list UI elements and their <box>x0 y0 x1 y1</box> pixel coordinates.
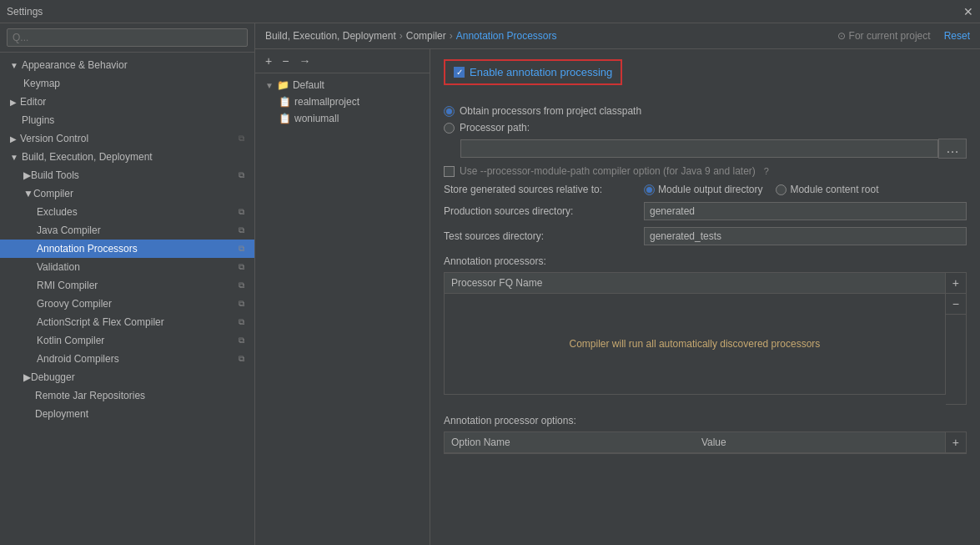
obtain-processors-label: Obtain processors from project classpath <box>460 105 641 117</box>
sidebar-item-remote-jar[interactable]: Remote Jar Repositories <box>0 386 254 405</box>
search-input[interactable] <box>7 28 248 47</box>
sidebar-item-label: Build Tools <box>31 169 79 181</box>
sidebar-item-excludes[interactable]: Excludes ⧉ <box>0 203 254 221</box>
expand-arrow: ▼ <box>265 81 274 90</box>
arrow-button[interactable]: → <box>295 53 314 69</box>
copy-icon: ⧉ <box>239 262 244 272</box>
copy-icon: ⧉ <box>239 354 244 364</box>
test-sources-label: Test sources directory: <box>444 230 644 242</box>
profile-label: Default <box>293 79 324 91</box>
options-table-wrapper: Option Name Value + <box>444 431 967 454</box>
sidebar-item-build-tools[interactable]: ▶ Build Tools ⧉ <box>0 166 254 184</box>
copy-icon: ⧉ <box>239 225 244 235</box>
project-icon: ⊙ <box>837 30 846 42</box>
sidebar-item-debugger[interactable]: ▶ Debugger <box>0 368 254 386</box>
search-box <box>0 23 254 53</box>
annotation-processor-options-label: Annotation processor options: <box>444 415 967 426</box>
module-path-checkbox[interactable] <box>444 166 455 177</box>
profile-woniumall[interactable]: 📋 woniumall <box>255 110 430 127</box>
production-sources-row: Production sources directory: <box>444 202 967 220</box>
help-icon: ? <box>764 166 769 176</box>
add-processor-button[interactable]: + <box>946 273 966 294</box>
sidebar-item-validation[interactable]: Validation ⧉ <box>0 258 254 276</box>
sidebar-item-build-execution[interactable]: ▼ Build, Execution, Deployment <box>0 148 254 166</box>
options-header: Option Name Value <box>445 432 945 453</box>
sidebar-item-deployment[interactable]: Deployment <box>0 405 254 423</box>
option-value-header: Value <box>695 432 945 452</box>
sidebar-item-actionscript-flex[interactable]: ActionScript & Flex Compiler ⧉ <box>0 313 254 331</box>
close-button[interactable]: ✕ <box>963 5 973 18</box>
processor-path-input-row: … <box>460 139 967 159</box>
copy-icon: ⧉ <box>239 299 244 309</box>
breadcrumb-compiler: Compiler <box>406 30 446 42</box>
sidebar-item-label: Compiler <box>33 188 73 199</box>
sidebar-item-editor[interactable]: ▶ Editor <box>0 93 254 111</box>
processor-path-radio[interactable] <box>444 123 455 134</box>
add-profile-button[interactable]: + <box>262 53 275 69</box>
content-area: + − → ▼ 📁 Default 📋 <box>255 49 980 545</box>
processor-path-input[interactable] <box>460 139 938 158</box>
sidebar-item-annotation-processors[interactable]: Annotation Processors ⧉ <box>0 240 254 258</box>
sidebar-item-appearance-behavior[interactable]: ▼ Appearance & Behavior <box>0 56 254 74</box>
settings-window: Settings ✕ ▼ Appearance & Behavior Keyma… <box>0 0 980 545</box>
sidebar-item-label: ActionScript & Flex Compiler <box>37 316 164 328</box>
settings-panel: Enable annotation processing Obtain proc… <box>430 49 980 545</box>
sidebar-item-compiler[interactable]: ▼ Compiler <box>0 184 254 203</box>
sidebar-item-java-compiler[interactable]: Java Compiler ⧉ <box>0 221 254 240</box>
sidebar-item-plugins[interactable]: Plugins <box>0 111 254 129</box>
annotation-processors-section-label: Annotation processors: <box>444 255 967 267</box>
sidebar-item-label: Android Compilers <box>37 353 119 365</box>
sidebar-item-keymap[interactable]: Keymap <box>0 74 254 93</box>
profile-default[interactable]: ▼ 📁 Default <box>255 77 430 93</box>
sidebar-item-label: Kotlin Compiler <box>37 335 104 346</box>
sidebar: ▼ Appearance & Behavior Keymap ▶ Editor … <box>0 23 255 545</box>
copy-icon: ⧉ <box>239 336 244 346</box>
reset-button[interactable]: Reset <box>944 30 970 42</box>
sidebar-item-version-control[interactable]: ▶ Version Control ⧉ <box>0 129 254 148</box>
processor-fq-name-header: Processor FQ Name <box>445 273 945 293</box>
expand-arrow: ▶ <box>10 98 17 107</box>
main-content: ▼ Appearance & Behavior Keymap ▶ Editor … <box>0 23 980 545</box>
store-generated-label: Store generated sources relative to: <box>444 184 644 195</box>
expand-arrow: ▼ <box>10 61 18 70</box>
expand-arrow: ▶ <box>10 134 17 144</box>
annotation-processors-table: Processor FQ Name Compiler will run all … <box>444 272 946 395</box>
expand-arrow: ▶ <box>23 169 31 181</box>
project-panel: + − → ▼ 📁 Default 📋 <box>255 49 430 545</box>
module-content-radio[interactable] <box>776 184 787 195</box>
copy-icon: ⧉ <box>239 244 244 254</box>
module-output-radio[interactable] <box>644 184 655 195</box>
table-body: Compiler will run all automatically disc… <box>445 294 945 394</box>
breadcrumb-annotation: Annotation Processors <box>456 30 557 42</box>
expand-arrow: ▼ <box>10 153 18 162</box>
sidebar-item-kotlin-compiler[interactable]: Kotlin Compiler ⧉ <box>0 331 254 350</box>
sidebar-item-label: Validation <box>37 261 80 273</box>
processor-path-label: Processor path: <box>460 122 530 134</box>
annotation-processors-table-wrapper: Processor FQ Name Compiler will run all … <box>444 272 967 405</box>
sidebar-item-android-compilers[interactable]: Android Compilers ⧉ <box>0 350 254 368</box>
sidebar-item-label: Deployment <box>35 408 88 420</box>
module-path-label: Use --processor-module-path compiler opt… <box>460 165 756 177</box>
obtain-processors-radio[interactable] <box>444 106 455 117</box>
module-content-label: Module content root <box>790 184 878 195</box>
add-option-button[interactable]: + <box>946 432 966 453</box>
project-toolbar: + − → <box>255 49 430 73</box>
for-current-project: ⊙ For current project <box>837 30 931 42</box>
store-generated-row: Store generated sources relative to: Mod… <box>444 184 967 195</box>
window-title: Settings <box>7 6 963 18</box>
test-sources-input[interactable] <box>644 227 967 245</box>
production-sources-input[interactable] <box>644 202 967 220</box>
enable-annotation-container: Enable annotation processing <box>444 59 967 95</box>
processor-path-row: Processor path: <box>444 122 967 134</box>
enable-annotation-checkbox[interactable] <box>454 67 465 78</box>
remove-processor-button[interactable]: − <box>946 294 966 315</box>
profile-label: realmallproject <box>294 96 359 108</box>
breadcrumb-sep1: › <box>400 30 403 42</box>
sidebar-item-groovy-compiler[interactable]: Groovy Compiler ⧉ <box>0 295 254 313</box>
test-sources-row: Test sources directory: <box>444 227 967 245</box>
remove-profile-button[interactable]: − <box>279 53 292 69</box>
sidebar-item-label: Plugins <box>22 114 54 126</box>
sidebar-item-rmi-compiler[interactable]: RMI Compiler ⧉ <box>0 276 254 295</box>
browse-button[interactable]: … <box>938 139 967 159</box>
profile-realmallproject[interactable]: 📋 realmallproject <box>255 93 430 110</box>
